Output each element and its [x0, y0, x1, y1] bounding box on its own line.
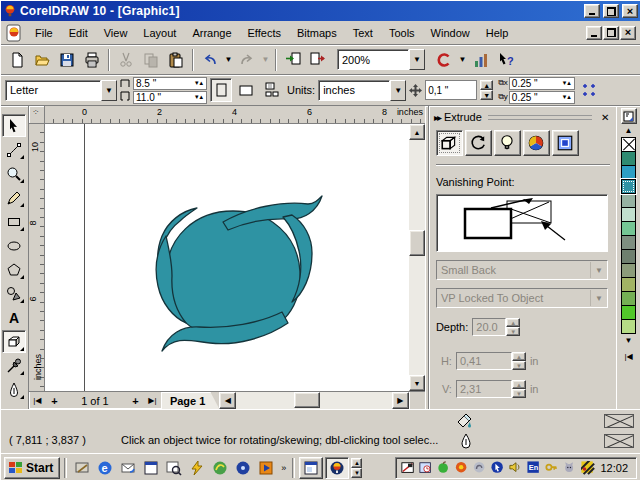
- color-swatch[interactable]: [621, 263, 636, 278]
- units-select[interactable]: inches ▼: [318, 80, 406, 101]
- monitor-icon[interactable]: [400, 460, 415, 475]
- color-swatch[interactable]: [621, 207, 636, 222]
- nudge-down-icon[interactable]: ▼: [480, 90, 493, 100]
- horizontal-scrollbar[interactable]: [236, 392, 392, 409]
- docker-close-icon[interactable]: ✕: [598, 110, 612, 124]
- landscape-button[interactable]: [235, 78, 257, 102]
- export-button[interactable]: [306, 48, 330, 72]
- copy-button[interactable]: [139, 48, 163, 72]
- zoom-tool[interactable]: [2, 162, 26, 185]
- duplicate-x-field[interactable]: 0.25 "▾▴: [509, 77, 575, 90]
- open-button[interactable]: [30, 48, 54, 72]
- extrude-camera-tab[interactable]: [436, 130, 463, 156]
- ie-launcher-button[interactable]: e: [94, 457, 116, 479]
- rectangle-tool[interactable]: [2, 210, 26, 233]
- paper-type-select[interactable]: Letter ▼: [5, 80, 117, 101]
- menu-window[interactable]: Window: [423, 24, 478, 42]
- units-dropdown-icon[interactable]: ▼: [390, 80, 406, 101]
- ruler-origin-button[interactable]: [29, 106, 45, 124]
- quicklaunch-more-icon[interactable]: »: [279, 463, 288, 473]
- mail-launcher-button[interactable]: [117, 457, 139, 479]
- zoom-dropdown-icon[interactable]: ▼: [409, 49, 425, 70]
- restore-button[interactable]: [603, 4, 619, 18]
- color-swatch[interactable]: [621, 235, 636, 250]
- extrude-bevel-tab[interactable]: [552, 130, 579, 156]
- paper-height-field[interactable]: 11.0 "▾▴: [133, 91, 207, 104]
- menu-effects[interactable]: Effects: [240, 24, 289, 42]
- interactive-extrude-tool[interactable]: [2, 330, 26, 353]
- basic-shapes-tool[interactable]: [2, 282, 26, 305]
- color-swatch[interactable]: [621, 319, 636, 334]
- whats-this-button[interactable]: ?: [494, 48, 518, 72]
- docker-collapse-icon[interactable]: ▸▸: [434, 112, 440, 123]
- print-button[interactable]: [80, 48, 104, 72]
- no-color-swatch[interactable]: [621, 137, 636, 152]
- menu-help[interactable]: Help: [478, 24, 517, 42]
- taskbar-scroller[interactable]: ▲▼: [351, 458, 362, 478]
- text-tool[interactable]: A: [2, 306, 26, 329]
- window-task-button[interactable]: [299, 457, 323, 479]
- redo-button[interactable]: [235, 48, 259, 72]
- color-swatch[interactable]: [621, 277, 636, 292]
- import-button[interactable]: [281, 48, 305, 72]
- schedule-icon[interactable]: [418, 460, 433, 475]
- volume-icon[interactable]: [508, 460, 523, 475]
- pointer-icon[interactable]: [490, 460, 505, 475]
- menu-arrange[interactable]: Arrange: [184, 24, 239, 42]
- tab-scroll-left-icon[interactable]: ◀: [219, 392, 236, 409]
- color-swatch[interactable]: [621, 305, 636, 320]
- new-document-button[interactable]: [5, 48, 29, 72]
- cut-button[interactable]: [114, 48, 138, 72]
- scroll-up-icon[interactable]: ▲: [409, 124, 425, 140]
- graphics-launcher-button[interactable]: [209, 457, 231, 479]
- menu-bitmaps[interactable]: Bitmaps: [289, 24, 345, 42]
- shape-tool[interactable]: [2, 138, 26, 161]
- extrude-rotation-tab[interactable]: [465, 130, 492, 156]
- freehand-tool[interactable]: [2, 186, 26, 209]
- window-launcher-button[interactable]: [140, 457, 162, 479]
- color-swatch[interactable]: [621, 291, 636, 306]
- corel-community-button[interactable]: [469, 48, 493, 72]
- vertical-scroll-thumb[interactable]: [409, 230, 425, 256]
- mdi-restore-button[interactable]: [603, 26, 619, 40]
- swirl-shape-object[interactable]: [45, 124, 409, 391]
- first-page-button[interactable]: |◀: [29, 392, 46, 409]
- drawing-canvas[interactable]: [45, 124, 409, 391]
- ellipse-tool[interactable]: [2, 234, 26, 257]
- lightning-launcher-button[interactable]: [186, 457, 208, 479]
- color-swatch[interactable]: [621, 179, 636, 194]
- menu-text[interactable]: Text: [345, 24, 381, 42]
- add-page-before-button[interactable]: +: [46, 392, 63, 409]
- key-icon[interactable]: [544, 460, 559, 475]
- scroll-right-icon[interactable]: ▶: [392, 392, 409, 409]
- app-launcher-dropdown-icon[interactable]: ▼: [457, 48, 468, 72]
- backup-icon[interactable]: [580, 460, 595, 475]
- scroll-down-icon[interactable]: ▼: [409, 375, 425, 391]
- color-swatch[interactable]: [621, 165, 636, 180]
- palette-options-button[interactable]: [621, 108, 637, 124]
- search-launcher-button[interactable]: [163, 457, 185, 479]
- minimize-button[interactable]: [584, 4, 600, 18]
- pick-tool[interactable]: [2, 114, 26, 137]
- start-button[interactable]: Start: [4, 457, 60, 479]
- portrait-button[interactable]: [210, 78, 232, 102]
- close-button[interactable]: ×: [622, 4, 638, 18]
- mdi-close-button[interactable]: ×: [620, 26, 636, 40]
- palette-expand-icon[interactable]: |◀: [624, 352, 632, 364]
- app-launcher-button[interactable]: [432, 48, 456, 72]
- color-swatch[interactable]: [621, 151, 636, 166]
- color-swatch[interactable]: [621, 249, 636, 264]
- page-settings-button[interactable]: [260, 77, 284, 103]
- menu-layout[interactable]: Layout: [135, 24, 184, 42]
- mdi-minimize-button[interactable]: [586, 26, 602, 40]
- horizontal-scroll-thumb[interactable]: [294, 392, 320, 408]
- color-swatch[interactable]: [621, 221, 636, 236]
- agent-icon[interactable]: [454, 460, 469, 475]
- page-tab[interactable]: Page 1: [161, 392, 219, 409]
- undo-button[interactable]: [198, 48, 222, 72]
- vertical-scrollbar[interactable]: ▲ ▼: [409, 124, 425, 391]
- cat-icon[interactable]: [562, 460, 577, 475]
- undo-dropdown-icon[interactable]: ▼: [223, 48, 234, 72]
- menu-tools[interactable]: Tools: [381, 24, 423, 42]
- antivirus-icon[interactable]: [436, 460, 451, 475]
